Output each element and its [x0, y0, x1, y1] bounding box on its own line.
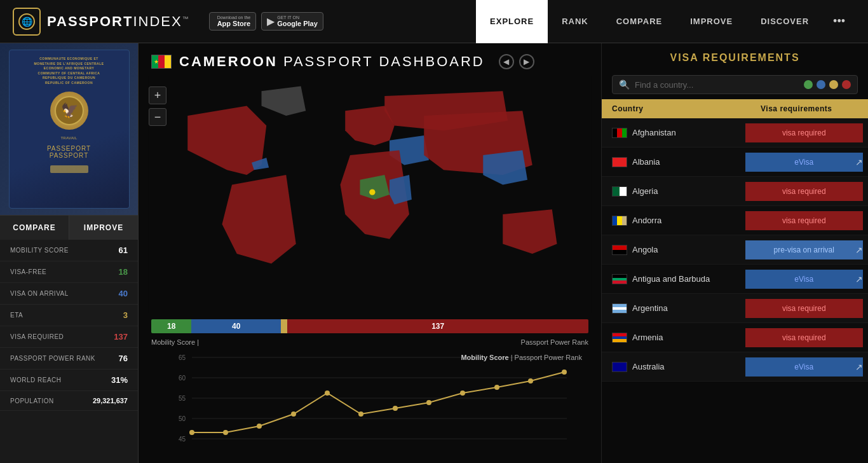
visa-badge: visa required [745, 328, 864, 347]
visa-badge: eVisa [745, 357, 864, 377]
svg-text:🌐: 🌐 [22, 17, 33, 27]
req-col: visa required [740, 299, 869, 318]
zoom-out-button[interactable]: − [149, 108, 166, 126]
logo-icon: 🌐 [13, 8, 41, 36]
svg-text:🦅: 🦅 [60, 102, 78, 119]
country-name: Argentina [632, 303, 668, 313]
stat-visa-free: VISA-FREE 18 [0, 261, 138, 283]
svg-text:65: 65 [179, 354, 186, 361]
country-col: Andorra [602, 216, 740, 226]
visa-badge: visa required [745, 123, 864, 142]
stat-value: 3 [123, 310, 128, 320]
country-col: Afghanistan [602, 128, 740, 138]
stat-label: PASSPORT POWER RANK [10, 355, 95, 362]
country-name: Algeria [632, 186, 658, 196]
visa-row-antigua: Antigua and Barbuda eVisa ↗ [602, 265, 868, 294]
svg-point-20 [325, 390, 330, 396]
score-bar-labels: Mobility Score | Passport Power Rank [139, 337, 601, 349]
svg-point-18 [257, 424, 262, 429]
search-input[interactable] [635, 80, 799, 90]
appstore-button[interactable]: Download on the App Store [209, 12, 257, 31]
country-name: Andorra [632, 216, 661, 225]
svg-point-25 [494, 385, 499, 390]
country-col: Armenia [602, 333, 740, 343]
flag-australia [612, 362, 627, 372]
external-link-icon[interactable]: ↗ [855, 362, 863, 372]
flag-antigua [612, 274, 627, 284]
filter-dot-green[interactable] [804, 80, 813, 89]
country-col: Albania [602, 157, 740, 167]
flag-algeria [612, 186, 627, 197]
map-container: + − [139, 76, 601, 313]
zoom-in-button[interactable]: + [149, 86, 166, 104]
external-link-icon[interactable]: ↗ [855, 245, 863, 255]
visa-row-angola: Angola pre-visa on arrival ↗ [602, 235, 868, 265]
navbar: 🌐 PASSPORT INDEX™ Download on the App St… [0, 0, 868, 43]
stat-eta: ETA 3 [0, 305, 138, 326]
googleplay-button[interactable]: ▶ GET IT ON Google Play [261, 12, 323, 31]
flag-andorra [612, 216, 627, 226]
chart-title: Mobility Score | Passport Power Rank [461, 354, 582, 361]
country-col: Algeria [602, 186, 740, 197]
country-col: Argentina [602, 303, 740, 314]
stat-population: POPULATION 29,321,637 [0, 391, 138, 411]
visa-row-australia: Australia eVisa ↗ [602, 352, 868, 382]
svg-text:45: 45 [179, 436, 186, 443]
filter-dot-yellow[interactable] [829, 80, 838, 89]
nav-compare[interactable]: COMPARE [602, 0, 676, 43]
nav-rank[interactable]: RANK [548, 0, 602, 43]
world-map-svg [139, 76, 601, 313]
score-bar-yellow [281, 319, 287, 333]
visa-row-argentina: Argentina visa required [602, 294, 868, 323]
req-col: visa required [740, 182, 869, 201]
req-col: visa required [740, 328, 869, 347]
nav-improve[interactable]: IMPROVE [676, 0, 747, 43]
visa-search-box[interactable]: 🔍 [612, 75, 858, 94]
logo[interactable]: 🌐 PASSPORT INDEX™ [13, 8, 190, 36]
next-country-button[interactable]: ▶ [519, 54, 534, 69]
req-col: visa required [740, 211, 869, 230]
stat-value: 40 [119, 289, 128, 298]
stat-value: 18 [119, 267, 128, 277]
nav-explore[interactable]: EXPLORE [476, 0, 548, 43]
svg-text:60: 60 [179, 375, 186, 382]
nav-more-button[interactable]: ••• [823, 0, 855, 43]
stat-value: 31% [111, 375, 128, 385]
appstore-sub: Download on the [217, 15, 251, 20]
svg-point-27 [562, 370, 567, 375]
score-bar: 18 40 137 [151, 319, 588, 333]
req-col: eVisa ↗ [740, 357, 869, 377]
passport-stripe [50, 165, 88, 173]
chart-container: Mobility Score | Passport Power Rank 65 … [139, 349, 601, 463]
googleplay-sub: GET IT ON [277, 15, 318, 20]
stat-label: POPULATION [10, 397, 54, 404]
left-panel: COMMUNAUTE ECONOMIQUE ET MONETAIRE DE L'… [0, 43, 139, 463]
country-name: Afghanistan [632, 128, 676, 137]
visa-row-albania: Albania eVisa ↗ [602, 148, 868, 177]
stat-label: VISA REQUIRED [10, 333, 64, 340]
external-link-icon[interactable]: ↗ [855, 274, 863, 284]
nav-discover[interactable]: DISCOVER [747, 0, 823, 43]
prev-country-button[interactable]: ◀ [499, 54, 514, 69]
passport-top-text: COMMUNAUTE ECONOMIQUE ET MONETAIRE DE L'… [34, 57, 104, 85]
dashboard-title: CAMEROON PASSPORT DASHBOARD [179, 53, 485, 70]
visa-row-armenia: Armenia visa required [602, 323, 868, 352]
external-link-icon[interactable]: ↗ [855, 157, 863, 167]
passport-card: COMMUNAUTE ECONOMIQUE ET MONETAIRE DE L'… [0, 43, 138, 215]
svg-point-26 [528, 378, 533, 384]
flag-argentina [612, 303, 627, 314]
compare-button[interactable]: COMPARE [0, 216, 69, 240]
filter-dot-red[interactable] [842, 80, 851, 89]
improve-button[interactable]: IMPROVE [69, 216, 138, 240]
stats-list: MOBILITY SCORE 61 VISA-FREE 18 VISA ON A… [0, 240, 138, 463]
svg-point-19 [291, 411, 296, 417]
stat-label: VISA-FREE [10, 268, 46, 275]
req-col: visa required [740, 123, 869, 142]
flag-armenia [612, 333, 627, 343]
country-flag: ★ [151, 55, 172, 69]
country-name: Australia [632, 362, 665, 371]
stat-mobility-score: MOBILITY SCORE 61 [0, 240, 138, 261]
filter-dot-blue[interactable] [817, 80, 825, 89]
app-buttons: Download on the App Store ▶ GET IT ON Go… [209, 12, 323, 31]
center-panel: ★ CAMEROON PASSPORT DASHBOARD ◀ ▶ + − [139, 43, 601, 463]
